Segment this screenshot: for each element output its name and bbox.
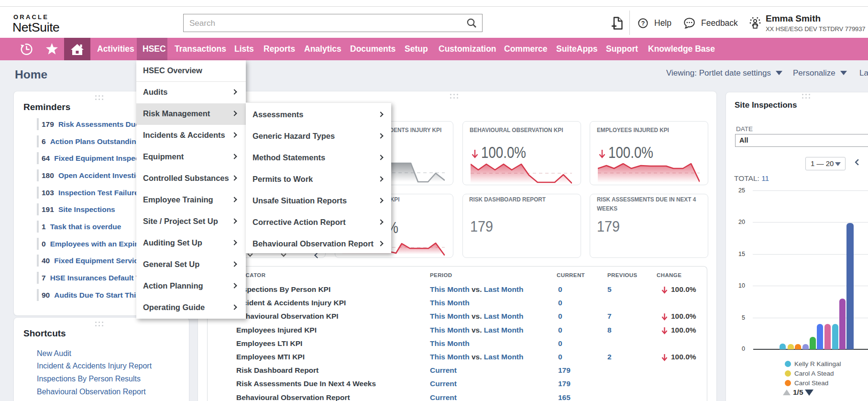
svg-text:?: ? — [641, 20, 645, 27]
